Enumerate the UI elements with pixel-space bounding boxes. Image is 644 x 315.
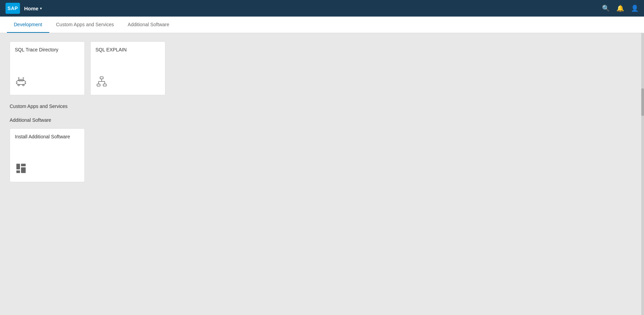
card-sql-explain[interactable]: SQL EXPLAIN (90, 41, 165, 95)
additional-software-cards: Install Additional Software (10, 128, 634, 182)
scrollbar[interactable] (641, 33, 644, 315)
search-icon[interactable]: 🔍 (602, 4, 610, 12)
sap-logo: SAP (6, 3, 20, 14)
development-cards: SQL Trace Directory (10, 41, 634, 95)
debug-icon (15, 75, 27, 90)
bell-icon[interactable]: 🔔 (616, 4, 624, 12)
svg-point-3 (23, 84, 24, 86)
svg-rect-22 (21, 167, 26, 173)
svg-rect-19 (17, 164, 20, 170)
home-label-text: Home (24, 6, 39, 11)
svg-rect-14 (103, 84, 106, 86)
header-left: SAP Home ▾ (6, 3, 42, 14)
hierarchy-icon (95, 75, 108, 90)
tab-additional-software[interactable]: Additional Software (121, 17, 176, 33)
custom-apps-section-label: Custom Apps and Services (10, 104, 634, 109)
additional-software-section-label: Additional Software (10, 117, 634, 123)
svg-rect-12 (100, 77, 103, 79)
main-content: SQL Trace Directory (0, 33, 644, 315)
tab-bar: Development Custom Apps and Services Add… (0, 17, 644, 33)
card-sql-trace-title: SQL Trace Directory (15, 47, 80, 53)
card-install-software-title: Install Additional Software (15, 134, 80, 140)
svg-rect-21 (21, 164, 26, 167)
person-icon[interactable]: 👤 (631, 4, 638, 12)
card-sql-explain-title: SQL EXPLAIN (95, 47, 160, 53)
home-chevron-icon: ▾ (40, 7, 42, 10)
card-install-software[interactable]: Install Additional Software (10, 128, 85, 182)
app-header: SAP Home ▾ 🔍 🔔 👤 (0, 0, 644, 17)
home-menu[interactable]: Home ▾ (24, 6, 42, 11)
tiles-icon (15, 162, 27, 177)
svg-point-2 (18, 84, 20, 86)
card-sql-trace[interactable]: SQL Trace Directory (10, 41, 85, 95)
scrollbar-thumb[interactable] (641, 88, 644, 116)
header-right: 🔍 🔔 👤 (602, 4, 638, 12)
tab-development[interactable]: Development (7, 17, 49, 33)
svg-rect-13 (97, 84, 100, 86)
svg-rect-20 (17, 170, 20, 173)
tab-custom-apps[interactable]: Custom Apps and Services (49, 17, 121, 33)
